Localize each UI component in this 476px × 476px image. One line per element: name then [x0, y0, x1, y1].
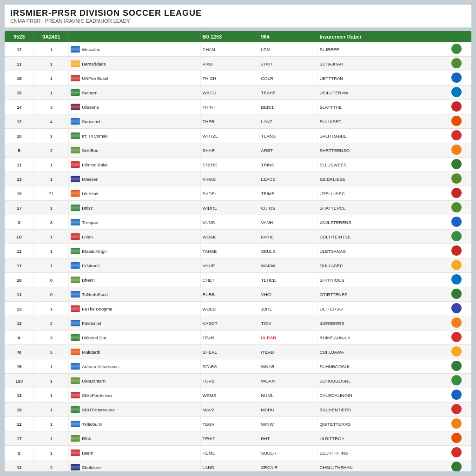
team-badge	[451, 289, 462, 299]
team-badge	[451, 317, 462, 328]
cell-c: TRINE	[259, 158, 317, 172]
team-badge	[451, 202, 462, 212]
page-wrapper: IRSMIER-PRSR DIVISION SOCCER LEAGUE CNMA…	[0, 0, 476, 476]
cell-badge	[442, 57, 471, 71]
team-flag	[71, 176, 80, 182]
team-badge	[451, 73, 462, 83]
cell-d: SUHOBGOSNL	[317, 374, 442, 388]
team-name: Lnien	[82, 234, 93, 239]
cell-b: SFARS	[200, 359, 259, 374]
cell-num: 1	[34, 431, 69, 446]
cell-d: SHITTIIOUS	[317, 273, 442, 287]
team-flag	[71, 104, 80, 110]
cell-num: 71	[34, 186, 69, 201]
cell-team: Treepan	[69, 215, 200, 230]
cell-num: 1	[34, 359, 69, 374]
cell-d: SHRTTEENSO	[317, 143, 442, 158]
cell-b: CHET	[200, 273, 259, 287]
table-row: M5MultdarthSHEALITEADCUI LUAWA	[5, 345, 471, 359]
team-badge	[451, 231, 462, 241]
cell-num: 3	[34, 331, 69, 345]
cell-team: SBUTAtternaires	[69, 403, 200, 417]
cell-num: 1	[34, 158, 69, 172]
cell-b: WDEB	[200, 302, 259, 316]
cell-b: THIGH	[200, 71, 259, 86]
cell-num: 1	[34, 446, 69, 460]
cell-num: 1	[34, 374, 69, 388]
team-flag	[71, 60, 80, 67]
cell-b: SHAR	[200, 143, 259, 158]
team-badge	[451, 433, 462, 443]
cell-team: Mlessen	[69, 172, 200, 186]
cell-team: Tkltiobunn	[69, 417, 200, 431]
cell-team: UiMDontarn	[69, 374, 200, 388]
cell-team: Bsern	[69, 446, 200, 460]
team-badge	[451, 188, 462, 198]
team-name: TuNerfuSsed	[82, 292, 108, 297]
cell-rank: 13	[5, 172, 34, 186]
cell-badge	[442, 258, 471, 273]
cell-d: BELTHITHINS	[317, 446, 442, 460]
team-flag	[71, 277, 80, 283]
cell-d: ULETSANAS	[317, 244, 442, 258]
table-row: 1971UfcAtiakSADEITEIMEUTELLIISEC	[5, 186, 471, 201]
team-badge	[451, 361, 462, 371]
cell-rank: 1C	[5, 230, 34, 244]
team-flag	[71, 377, 80, 384]
team-badge	[451, 404, 462, 414]
cell-d: RUIKE AUNAIA	[317, 331, 442, 345]
cell-rank: K	[5, 331, 34, 345]
col-team-header	[69, 31, 200, 42]
table-row: 122ShufdseerLANDSRCAIRCHSLUTHEHAN	[5, 460, 471, 472]
team-name: Bsern	[82, 450, 93, 456]
cell-c: TEIME	[259, 186, 317, 201]
team-flag	[71, 291, 80, 298]
cell-b: ETERE	[200, 158, 259, 172]
cell-d: OULLASEC	[317, 258, 442, 273]
team-badge	[451, 173, 462, 184]
team-flag	[71, 320, 80, 326]
table-row: 110TuNerfuSsedEURBVHC/OTIRTTENES	[5, 287, 471, 302]
team-name: Uitkemd Dat	[82, 335, 106, 340]
cell-d: SCHAJRAR	[317, 57, 442, 71]
cell-badge	[442, 42, 471, 57]
cell-badge	[442, 129, 471, 143]
team-name: Bernaddads	[82, 61, 106, 66]
team-badge	[451, 101, 462, 112]
cell-badge	[442, 287, 471, 302]
team-name: UiMDontarn	[82, 378, 106, 383]
team-name: Bttlsz	[82, 205, 93, 211]
cell-team: Bttlsz	[69, 201, 200, 215]
table-row: 121TkltiobunnTEGVWINWQUITETTERRS	[5, 417, 471, 431]
team-name: UfcAtiak	[82, 191, 98, 196]
cell-c: BERI1	[259, 100, 317, 114]
cell-d: BILLHENTIERS	[317, 403, 442, 417]
team-name: ShksFerdenina	[82, 393, 112, 398]
cell-num: 0	[34, 273, 69, 287]
cell-b: VHUE	[200, 258, 259, 273]
cell-b: VIAB	[200, 57, 259, 71]
cell-rank: 12	[5, 244, 34, 258]
cell-team: ShksFerdenina	[69, 388, 200, 403]
cell-rank: 12	[5, 42, 34, 57]
team-badge	[451, 390, 462, 400]
cell-c: CIJ OS	[259, 201, 317, 215]
cell-rank: 15	[5, 86, 34, 100]
cell-rank: 5	[5, 143, 34, 158]
cell-c: MCHU	[259, 403, 317, 417]
cell-rank: 2	[5, 446, 34, 460]
cell-num: 4	[34, 114, 69, 129]
cell-badge	[442, 403, 471, 417]
table-row: 131MlessenKIHASLEACEEEIERLIESE	[5, 172, 471, 186]
cell-team: LkNtroult	[69, 258, 200, 273]
cell-rank: 15	[5, 359, 34, 374]
cell-c: LEACE	[259, 172, 317, 186]
cell-b: KIHAS	[200, 172, 259, 186]
table-row: 181UNFoo BaselTHIGHCOLRUETTTRAN	[5, 71, 471, 86]
team-name: Wrscalns	[82, 47, 100, 52]
cell-rank: 123	[5, 374, 34, 388]
team-flag	[71, 147, 80, 153]
table-row: 181Irc TXComakWHTZETEANSSALITRABBE	[5, 129, 471, 143]
cell-c: VANH	[259, 215, 317, 230]
team-name: Etsadurtingn	[82, 249, 106, 254]
